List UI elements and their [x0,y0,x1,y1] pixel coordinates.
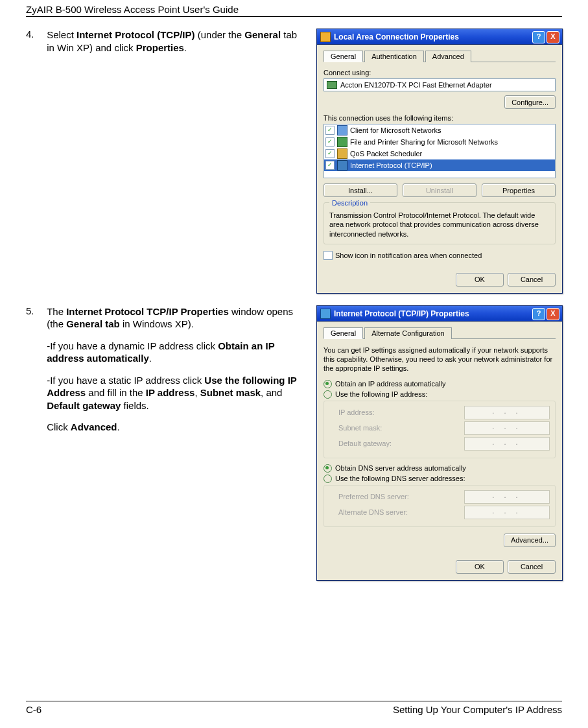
page-footer: C-6 Setting Up Your Computer's IP Addres… [26,701,562,715]
description-title: Description [329,199,370,207]
t: . [149,353,152,364]
advanced-button[interactable]: Advanced... [504,534,556,547]
radio-obtain-ip[interactable]: Obtain an IP address automatically [323,380,556,388]
radio-use-dns[interactable]: Use the following DNS server addresses: [323,475,556,483]
cancel-button[interactable]: Cancel [508,273,556,287]
properties-button[interactable]: Properties [482,183,556,197]
radio-icon[interactable] [323,380,332,388]
t: General tab [66,318,120,329]
description-text: Transmission Control Protocol/Internet P… [329,211,550,239]
radio-label: Use the following IP address: [335,390,427,398]
items-listbox[interactable]: ✓Client for Microsoft Networks ✓File and… [323,124,556,178]
ok-button[interactable]: OK [456,273,504,287]
radio-use-ip[interactable]: Use the following IP address: [323,390,556,399]
uninstall-button: Uninstall [403,183,476,197]
adapter-field: Accton EN1207D-TX PCI Fast Ethernet Adap… [323,78,556,91]
item-label: QoS Packet Scheduler [350,150,422,158]
step-5-number: 5. [26,305,44,316]
tab-general[interactable]: General [323,327,363,339]
t: The [47,306,66,317]
step-5-text: The Internet Protocol TCP/IP Properties … [47,305,300,443]
t: . [184,42,187,53]
radio-icon[interactable] [323,464,332,473]
install-button[interactable]: Install... [323,183,397,197]
checkbox-icon[interactable]: ✓ [325,126,335,135]
item-label: Internet Protocol (TCP/IP) [350,161,432,169]
t: and fill in the [86,387,146,398]
t: Advanced [71,421,117,432]
tab-general[interactable]: General [323,51,363,62]
t: Properties [136,42,184,53]
t: fields. [121,400,148,411]
ok-button[interactable]: OK [456,560,504,574]
dialog-title: Internet Protocol (TCP/IP) Properties [334,309,469,318]
step-4-row: 4. Select Internet Protocol (TCP/IP) (un… [26,29,562,294]
tcpip-icon [337,160,347,170]
step-5-row: 5. The Internet Protocol TCP/IP Properti… [26,305,562,581]
show-icon-checkbox[interactable] [323,251,333,260]
tab-alternate-configuration[interactable]: Alternate Configuration [364,327,452,339]
alternate-dns-label: Alternate DNS server: [338,508,408,516]
intro-text: You can get IP settings assigned automat… [323,346,556,373]
alternate-dns-field: . . . [464,506,550,519]
radio-label: Use the following DNS server addresses: [335,475,465,482]
dns-fields-group: Preferred DNS server:. . . Alternate DNS… [323,485,556,527]
network-icon [320,309,331,319]
t: Select [47,29,76,40]
radio-obtain-dns[interactable]: Obtain DNS server address automatically [323,464,556,473]
t: Click [47,421,71,432]
ip-fields-group: IP address:. . . Subnet mask:. . . Defau… [323,401,556,458]
tab-authentication[interactable]: Authentication [364,51,424,62]
network-icon [320,32,331,42]
t: , and [261,387,282,398]
dialog-titlebar[interactable]: Local Area Connection Properties ? X [317,29,562,45]
checkbox-icon[interactable]: ✓ [325,137,335,147]
t: Subnet mask [200,387,261,398]
ip-address-field: . . . [464,406,550,419]
local-area-connection-dialog: Local Area Connection Properties ? X Gen… [316,29,563,294]
dialog-titlebar[interactable]: Internet Protocol (TCP/IP) Properties ? … [317,306,562,322]
tab-strip: General Authentication Advanced [323,50,556,62]
list-item-selected[interactable]: ✓Internet Protocol (TCP/IP) [324,159,555,171]
t: Internet Protocol (TCP/IP) [76,29,195,40]
t: -If you have a static IP address click [47,375,204,386]
list-item[interactable]: ✓File and Printer Sharing for Microsoft … [324,136,555,148]
list-item[interactable]: ✓Client for Microsoft Networks [324,124,555,136]
step-4-text: Select Internet Protocol (TCP/IP) (under… [47,29,300,63]
subnet-mask-label: Subnet mask: [338,424,382,432]
footer-left: C-6 [26,704,41,715]
preferred-dns-label: Preferred DNS server: [338,493,409,500]
radio-icon[interactable] [323,475,332,483]
cancel-button[interactable]: Cancel [508,560,556,574]
connect-using-label: Connect using: [323,69,556,76]
help-button[interactable]: ? [532,31,545,43]
radio-icon[interactable] [323,390,332,399]
t: , [194,387,200,398]
qos-icon [337,148,347,159]
help-button[interactable]: ? [532,308,545,320]
footer-right: Setting Up Your Computer's IP Address [393,704,562,715]
close-button[interactable]: X [547,31,559,43]
item-label: Client for Microsoft Networks [350,126,441,134]
checkbox-icon[interactable]: ✓ [325,149,335,158]
t: Internet Protocol TCP/IP Properties [66,306,229,317]
close-button[interactable]: X [547,308,559,320]
t: IP address [146,387,195,398]
tab-advanced[interactable]: Advanced [425,51,471,62]
checkbox-icon[interactable]: ✓ [325,161,335,170]
list-item[interactable]: ✓QoS Packet Scheduler [324,148,555,159]
page-header: ZyAIR B-500 Wireless Access Point User's… [26,0,562,17]
dialog-title: Local Area Connection Properties [334,32,459,41]
radio-label: Obtain an IP address automatically [335,380,445,388]
item-label: File and Printer Sharing for Microsoft N… [350,138,498,146]
show-icon-label: Show icon in notification area when conn… [335,252,482,259]
radio-label: Obtain DNS server address automatically [335,464,466,472]
t: (under the [195,29,245,40]
default-gateway-label: Default gateway: [338,440,392,447]
configure-button[interactable]: Configure... [504,95,556,109]
items-label: This connection uses the following items… [323,114,556,122]
adapter-name: Accton EN1207D-TX PCI Fast Ethernet Adap… [340,81,492,89]
tcpip-properties-dialog: Internet Protocol (TCP/IP) Properties ? … [316,305,563,581]
show-icon-row[interactable]: Show icon in notification area when conn… [323,251,556,260]
t: Default gateway [47,400,121,411]
